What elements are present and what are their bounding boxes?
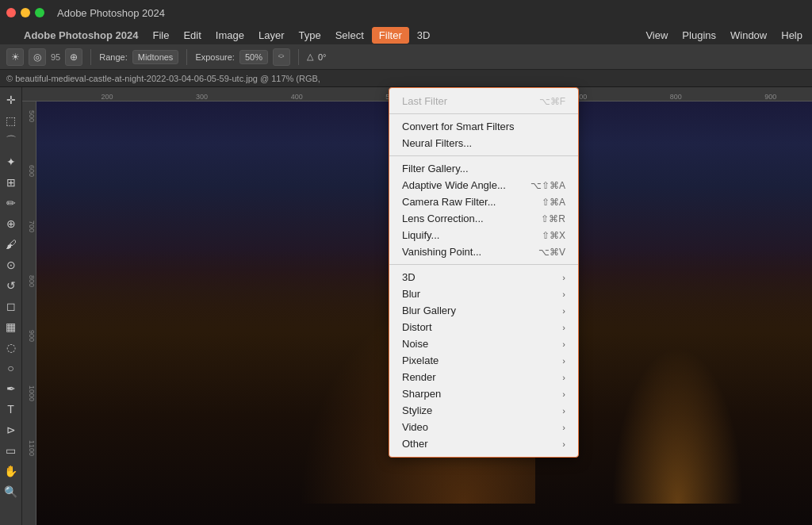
tab-bar: © beautiful-medieval-castle-at-night-202… xyxy=(0,70,812,87)
3d-menu[interactable]: 3D xyxy=(411,28,437,43)
app-name-menu[interactable]: Adobe Photoshop 2024 xyxy=(17,28,144,43)
close-button[interactable] xyxy=(6,8,16,17)
submenu-distort[interactable]: Distort › xyxy=(389,319,578,335)
window-menu[interactable]: Window xyxy=(724,28,773,43)
submenu-pixelate[interactable]: Pixelate › xyxy=(389,352,578,369)
submenu-blur-gallery[interactable]: Blur Gallery › xyxy=(389,302,578,319)
submenu-3d-label: 3D xyxy=(402,271,416,283)
last-filter-shortcut: ⌥⌘F xyxy=(539,96,565,107)
shape-tool[interactable]: ▭ xyxy=(2,441,21,460)
vanishing-shortcut: ⌥⌘V xyxy=(538,247,565,258)
range-dropdown[interactable]: Midtones xyxy=(132,50,179,64)
sep2 xyxy=(186,49,187,65)
vertical-ruler: 500 600 700 800 900 1000 1100 xyxy=(22,102,36,525)
submenu-stylize-label: Stylize xyxy=(402,404,432,416)
apple-menu[interactable] xyxy=(3,33,16,36)
lens-correction-item[interactable]: Lens Correction... ⇧⌘R xyxy=(389,210,578,227)
lasso-tool[interactable]: ⌒ xyxy=(2,132,21,151)
submenu-blur-label: Blur xyxy=(402,288,420,300)
sep1 xyxy=(90,49,91,65)
brush-tool-icon[interactable]: ◎ xyxy=(29,48,46,66)
divider-1 xyxy=(389,113,578,114)
convert-smart-filters-item[interactable]: Convert for Smart Filters xyxy=(389,118,578,135)
magic-wand-tool[interactable]: ✦ xyxy=(2,152,21,171)
move-tool[interactable]: ✛ xyxy=(2,90,21,109)
edit-menu[interactable]: Edit xyxy=(177,28,207,43)
minimize-button[interactable] xyxy=(21,8,30,17)
zoom-tool[interactable]: 🔍 xyxy=(2,482,21,501)
menu-section-smart: Convert for Smart Filters Neural Filters… xyxy=(389,117,578,153)
menu-section-submenus: 3D › Blur › Blur Gallery › Distort › Noi… xyxy=(389,267,578,454)
convert-label: Convert for Smart Filters xyxy=(402,121,515,132)
healing-tool[interactable]: ⊕ xyxy=(2,214,21,233)
marquee-tool[interactable]: ⬚ xyxy=(2,111,21,130)
help-menu[interactable]: Help xyxy=(775,28,809,43)
ruler-v-700: 700 xyxy=(28,220,36,232)
camera-raw-filter-item[interactable]: Camera Raw Filter... ⇧⌘A xyxy=(389,194,578,210)
neural-filters-item[interactable]: Neural Filters... xyxy=(389,135,578,151)
submenu-render[interactable]: Render › xyxy=(389,369,578,385)
adaptive-label: Adaptive Wide Angle... xyxy=(402,179,506,191)
submenu-stylize[interactable]: Stylize › xyxy=(389,402,578,419)
adaptive-wide-angle-item[interactable]: Adaptive Wide Angle... ⌥⇧⌘A xyxy=(389,177,578,194)
history-tool[interactable]: ↺ xyxy=(2,276,21,295)
ruler-mark-800: 800 xyxy=(670,93,682,101)
liquify-label: Liquify... xyxy=(402,229,439,241)
submenu-video-arrow: › xyxy=(562,423,565,432)
sep3 xyxy=(298,49,299,65)
brush-tool[interactable]: 🖌 xyxy=(2,235,21,254)
document-tab[interactable]: © beautiful-medieval-castle-at-night-202… xyxy=(6,74,320,83)
submenu-other[interactable]: Other › xyxy=(389,435,578,452)
crop-tool[interactable]: ⊞ xyxy=(2,173,21,192)
tools-panel: ✛ ⬚ ⌒ ✦ ⊞ ✏ ⊕ 🖌 ⊙ ↺ ◻ ▦ ◌ ○ ✒ T ⊳ ▭ ✋ 🔍 xyxy=(0,87,22,525)
submenu-stylize-arrow: › xyxy=(562,406,565,416)
title-bar: Adobe Photoshop 2024 xyxy=(0,0,812,25)
submenu-other-arrow: › xyxy=(562,439,565,449)
path-tool[interactable]: ⊳ xyxy=(2,420,21,439)
filter-menu-item[interactable]: Filter xyxy=(372,27,409,44)
plugins-menu[interactable]: Plugins xyxy=(676,28,722,43)
submenu-video[interactable]: Video › xyxy=(389,419,578,435)
ruler-mark-900: 900 xyxy=(764,93,776,101)
brush-mode-icon[interactable]: ⊕ xyxy=(65,48,82,66)
submenu-3d[interactable]: 3D › xyxy=(389,269,578,285)
liquify-item[interactable]: Liquify... ⇧⌘X xyxy=(389,227,578,243)
text-tool[interactable]: T xyxy=(2,400,21,419)
tool-icon[interactable]: ☀ xyxy=(6,48,24,66)
ruler-v-1100: 1100 xyxy=(28,440,36,456)
hand-tool[interactable]: ✋ xyxy=(2,462,21,481)
submenu-blur-gallery-label: Blur Gallery xyxy=(402,305,456,316)
traffic-lights[interactable] xyxy=(6,8,44,17)
image-menu[interactable]: Image xyxy=(209,28,251,43)
filter-gallery-item[interactable]: Filter Gallery... xyxy=(389,160,578,177)
maximize-button[interactable] xyxy=(35,8,44,17)
submenu-noise-label: Noise xyxy=(402,338,428,350)
view-menu[interactable]: View xyxy=(639,28,674,43)
pen-tool[interactable]: ✒ xyxy=(2,379,21,398)
airbrush-icon[interactable]: ⌔ xyxy=(273,48,290,66)
last-filter-item[interactable]: Last Filter ⌥⌘F xyxy=(389,93,578,109)
clone-tool[interactable]: ⊙ xyxy=(2,255,21,274)
gradient-tool[interactable]: ▦ xyxy=(2,317,21,336)
type-menu[interactable]: Type xyxy=(293,28,327,43)
file-menu[interactable]: File xyxy=(146,28,175,43)
submenu-sharpen[interactable]: Sharpen › xyxy=(389,385,578,402)
blur-tool[interactable]: ◌ xyxy=(2,338,21,357)
vanishing-point-item[interactable]: Vanishing Point... ⌥⌘V xyxy=(389,243,578,260)
app-title: Adobe Photoshop 2024 xyxy=(57,7,165,19)
exposure-dropdown[interactable]: 50% xyxy=(239,50,268,64)
camera-raw-shortcut: ⇧⌘A xyxy=(542,197,565,208)
submenu-blur[interactable]: Blur › xyxy=(389,285,578,302)
select-menu[interactable]: Select xyxy=(329,28,370,43)
divider-3 xyxy=(389,264,578,265)
eyedropper-tool[interactable]: ✏ xyxy=(2,194,21,213)
ruler-mark-300: 300 xyxy=(196,93,208,101)
submenu-distort-label: Distort xyxy=(402,321,432,333)
submenu-noise[interactable]: Noise › xyxy=(389,335,578,352)
menu-section-special: Filter Gallery... Adaptive Wide Angle...… xyxy=(389,159,578,262)
eraser-tool[interactable]: ◻ xyxy=(2,297,21,316)
dodge-tool[interactable]: ○ xyxy=(2,358,21,377)
menu-section-last: Last Filter ⌥⌘F xyxy=(389,91,578,111)
submenu-sharpen-arrow: › xyxy=(562,389,565,399)
layer-menu[interactable]: Layer xyxy=(252,28,291,43)
